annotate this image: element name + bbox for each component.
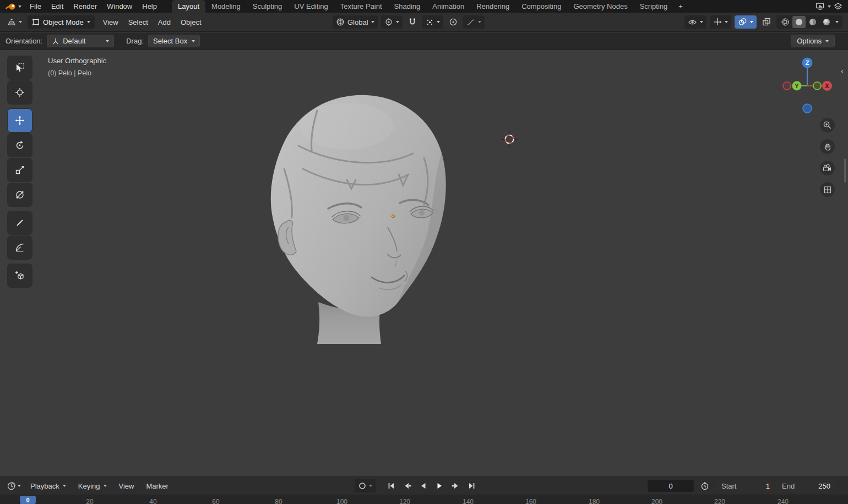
- view-perspective-label: User Orthographic: [48, 57, 106, 65]
- tool-measure[interactable]: [8, 236, 32, 259]
- keying-menu[interactable]: Keying: [73, 481, 112, 491]
- xray-toggle[interactable]: [760, 15, 773, 29]
- auto-keying-caret[interactable]: [369, 485, 372, 487]
- proportional-editing-toggle[interactable]: [447, 15, 460, 29]
- object-mode-icon: [32, 18, 40, 26]
- menu-edit[interactable]: Edit: [46, 1, 68, 12]
- jump-to-start-button[interactable]: [384, 479, 399, 492]
- tab-compositing[interactable]: Compositing: [515, 0, 567, 13]
- timeline-editor-type-button[interactable]: [4, 479, 23, 492]
- frame-end-field[interactable]: End 250: [776, 480, 836, 492]
- shading-material-button[interactable]: [806, 16, 819, 28]
- record-icon[interactable]: [358, 482, 366, 490]
- tab-layout[interactable]: Layout: [172, 0, 205, 13]
- jump-to-end-button[interactable]: [464, 479, 479, 492]
- menu-help[interactable]: Help: [137, 1, 162, 12]
- timeline-view-menu[interactable]: View: [114, 481, 139, 491]
- tool-add-cube[interactable]: [8, 264, 32, 287]
- preview-range-button[interactable]: [698, 479, 711, 492]
- menu-view[interactable]: View: [98, 17, 123, 28]
- snap-settings-select[interactable]: [422, 15, 443, 29]
- keying-menu-caret: [104, 485, 107, 487]
- view-layer-icon[interactable]: [834, 2, 842, 10]
- scene-selector-caret[interactable]: [828, 6, 831, 8]
- navigation-gizmo[interactable]: Y X Z: [778, 57, 841, 117]
- shading-dropdown-caret[interactable]: [835, 21, 839, 23]
- playhead-frame-label: 0: [26, 497, 29, 503]
- scene-icon[interactable]: [816, 2, 825, 10]
- camera-view-button[interactable]: [820, 161, 835, 176]
- snap-toggle[interactable]: [406, 15, 419, 29]
- shading-wireframe-button[interactable]: [779, 16, 792, 28]
- tab-rendering[interactable]: Rendering: [470, 0, 515, 13]
- show-gizmos-toggle[interactable]: [710, 15, 731, 29]
- tool-transform[interactable]: [8, 183, 32, 206]
- tab-scripting[interactable]: Scripting: [634, 0, 674, 13]
- tab-modeling[interactable]: Modeling: [205, 0, 247, 13]
- menu-window[interactable]: Window: [102, 1, 137, 12]
- tab-uv-editing[interactable]: UV Editing: [288, 0, 334, 13]
- timeline-marker-menu[interactable]: Marker: [141, 481, 173, 491]
- ruler-tick: 20: [86, 498, 93, 504]
- menu-select[interactable]: Select: [123, 17, 153, 28]
- menu-add[interactable]: Add: [153, 17, 176, 28]
- tool-cursor[interactable]: [8, 81, 32, 104]
- tab-animation[interactable]: Animation: [426, 0, 470, 13]
- shading-solid-button[interactable]: [792, 16, 806, 28]
- play-reverse-button[interactable]: [416, 479, 431, 492]
- tab-texture-paint[interactable]: Texture Paint: [334, 0, 388, 13]
- transform-orientation-select[interactable]: Global: [333, 15, 378, 29]
- zoom-button[interactable]: [820, 118, 835, 133]
- shading-rendered-button[interactable]: [820, 16, 833, 28]
- frame-start-field[interactable]: Start 1: [716, 480, 775, 492]
- options-button[interactable]: Options: [791, 35, 835, 47]
- tab-geometry-nodes[interactable]: Geometry Nodes: [567, 0, 633, 13]
- gizmo-axis-neg-x[interactable]: [783, 82, 791, 90]
- tool-select-box[interactable]: [8, 56, 32, 79]
- sidebar-collapse-chevron[interactable]: ‹: [841, 66, 844, 75]
- proportional-editing-icon: [449, 18, 458, 26]
- gizmo-axis-neg-z[interactable]: [803, 104, 812, 113]
- app-menu-button[interactable]: [4, 3, 25, 10]
- add-workspace-button[interactable]: +: [673, 0, 688, 13]
- gizmo-axis-neg-y[interactable]: [813, 82, 821, 90]
- prev-keyframe-button[interactable]: [400, 479, 415, 492]
- drag-select[interactable]: Select Box: [148, 35, 200, 47]
- viewport-3d[interactable]: User Orthographic (0) Pelo | Pelo: [0, 51, 848, 476]
- head-model[interactable]: [264, 92, 452, 350]
- tool-rotate[interactable]: [8, 134, 32, 157]
- orientation-select[interactable]: Default: [47, 35, 114, 47]
- tab-shading[interactable]: Shading: [388, 0, 427, 13]
- pan-button[interactable]: [820, 139, 835, 154]
- hand-icon: [823, 143, 832, 151]
- scale-tool-icon: [15, 165, 25, 175]
- magnet-icon: [408, 18, 417, 26]
- mode-select[interactable]: Object Mode: [28, 15, 95, 29]
- select-box-icon: [15, 63, 25, 73]
- proportional-falloff-select[interactable]: [463, 15, 485, 29]
- playback-menu-label: Playback: [30, 482, 59, 490]
- tool-annotate[interactable]: [8, 211, 32, 234]
- show-overlays-toggle[interactable]: [735, 15, 757, 29]
- menu-render[interactable]: Render: [68, 1, 102, 12]
- workspace-tabs: Layout Modeling Sculpting UV Editing Tex…: [172, 0, 688, 13]
- timeline-playhead[interactable]: 0: [20, 496, 36, 504]
- snap-increment-icon: [426, 18, 434, 26]
- viewport-scrollbar[interactable]: [844, 158, 846, 183]
- tab-sculpting[interactable]: Sculpting: [247, 0, 288, 13]
- play-button[interactable]: [432, 479, 447, 492]
- playback-menu[interactable]: Playback: [25, 481, 71, 491]
- ortho-toggle-button[interactable]: [820, 182, 835, 197]
- timeline-ruler[interactable]: 20 40 60 80 100 120 140 160 180 200 220 …: [0, 495, 848, 504]
- pivot-point-select[interactable]: [381, 15, 403, 29]
- object-visibility-select[interactable]: [684, 15, 706, 29]
- tool-move[interactable]: [8, 109, 32, 132]
- editor-type-button[interactable]: [4, 15, 24, 29]
- tool-scale[interactable]: [8, 158, 32, 182]
- cursor-3d[interactable]: [501, 131, 518, 147]
- current-frame-field[interactable]: 0: [648, 480, 694, 492]
- menu-file[interactable]: File: [25, 1, 46, 12]
- orientation-select-caret: [106, 40, 109, 42]
- menu-object[interactable]: Object: [176, 17, 206, 28]
- next-keyframe-button[interactable]: [448, 479, 463, 492]
